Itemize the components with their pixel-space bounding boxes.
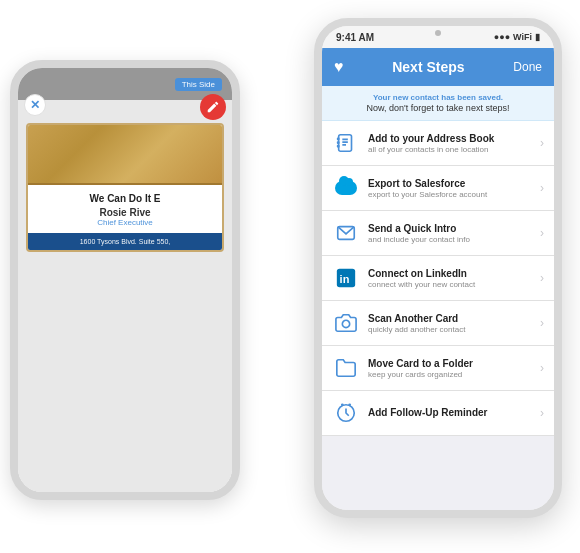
power-button [238,148,240,186]
quick-intro-title: Send a Quick Intro [368,223,532,234]
banner-subtitle: Now, don't forget to take next steps! [332,103,544,113]
quick-intro-sub: and include your contact info [368,235,532,244]
salesforce-icon [332,174,360,202]
scan-card-title: Scan Another Card [368,313,532,324]
chevron-icon: › [540,361,544,375]
this-side-label: This Side [175,78,222,91]
move-folder-sub: keep your cards organized [368,370,532,379]
back-phone: This Side ✕ We Can Do It E Rosie Rive Ch… [10,60,240,500]
folder-icon [332,354,360,382]
reminder-icon [332,399,360,427]
saved-banner: Your new contact has been saved. Now, do… [322,86,554,121]
camera-dot [435,30,441,36]
wifi-icon: WiFi [513,32,532,42]
svg-rect-6 [337,145,340,148]
card-company: We Can Do It E [38,193,212,204]
list-item-followup[interactable]: Add Follow-Up Reminder › [322,391,554,436]
send-icon [332,219,360,247]
svg-point-13 [348,403,351,406]
banner-title: Your new contact has been saved. [332,93,544,102]
list-item-scan-card[interactable]: Scan Another Card quickly add another co… [322,301,554,346]
volume-button [10,158,12,186]
card-viewer: This Side ✕ We Can Do It E Rosie Rive Ch… [18,68,232,492]
list-item-salesforce[interactable]: Export to Salesforce export to your Sale… [322,166,554,211]
svg-rect-4 [337,138,340,141]
list-item-move-folder[interactable]: Move Card to a Folder keep your cards or… [322,346,554,391]
scan-card-sub: quickly add another contact [368,325,532,334]
followup-text: Add Follow-Up Reminder [368,407,532,419]
linkedin-sub: connect with your new contact [368,280,532,289]
list-item-address-book[interactable]: Add to your Address Book all of your con… [322,121,554,166]
status-icons: ●●● WiFi ▮ [494,32,540,42]
clock: 9:41 AM [336,32,374,43]
linkedin-text: Connect on LinkedIn connect with your ne… [368,268,532,289]
chevron-icon: › [540,136,544,150]
business-card: We Can Do It E Rosie Rive Chief Executiv… [26,123,224,252]
move-folder-text: Move Card to a Folder keep your cards or… [368,358,532,379]
phone-content: Your new contact has been saved. Now, do… [322,86,554,510]
svg-point-12 [341,403,344,406]
chevron-icon: › [540,226,544,240]
card-wood-texture [28,125,222,185]
front-phone: 9:41 AM ●●● WiFi ▮ ♥ Next Steps Done You… [314,18,562,518]
scan-card-text: Scan Another Card quickly add another co… [368,313,532,334]
card-name: Rosie Rive [38,207,212,218]
card-viewer-screen: This Side ✕ We Can Do It E Rosie Rive Ch… [18,68,232,492]
list-item-linkedin[interactable]: in Connect on LinkedIn connect with your… [322,256,554,301]
salesforce-title: Export to Salesforce [368,178,532,189]
done-button[interactable]: Done [513,60,542,74]
svg-point-10 [342,320,349,327]
camera-icon [332,309,360,337]
card-address: 1600 Tysons Blvd. Suite 550, [38,238,212,245]
card-top-bar: This Side [18,68,232,100]
signal-icon: ●●● [494,32,510,42]
address-book-icon [332,129,360,157]
linkedin-icon: in [332,264,360,292]
chevron-icon: › [540,316,544,330]
svg-rect-0 [339,135,352,152]
linkedin-title: Connect on LinkedIn [368,268,532,279]
heart-icon: ♥ [334,58,344,76]
chevron-icon: › [540,271,544,285]
volume-button-front [314,126,316,154]
salesforce-sub: export to your Salesforce account [368,190,532,199]
salesforce-text: Export to Salesforce export to your Sale… [368,178,532,199]
address-book-title: Add to your Address Book [368,133,532,144]
quick-intro-text: Send a Quick Intro and include your cont… [368,223,532,244]
address-book-text: Add to your Address Book all of your con… [368,133,532,154]
card-white-section: We Can Do It E Rosie Rive Chief Executiv… [28,185,222,233]
followup-title: Add Follow-Up Reminder [368,407,532,418]
svg-rect-5 [337,141,340,144]
power-button-front [560,116,562,156]
chevron-icon: › [540,406,544,420]
nav-bar: ♥ Next Steps Done [322,48,554,86]
battery-icon: ▮ [535,32,540,42]
edit-button[interactable] [200,94,226,120]
chevron-icon: › [540,181,544,195]
address-book-sub: all of your contacts in one location [368,145,532,154]
close-button[interactable]: ✕ [24,94,46,116]
card-title: Chief Executive [38,218,212,227]
nav-title: Next Steps [392,59,464,75]
svg-text:in: in [340,273,350,285]
list-item-quick-intro[interactable]: Send a Quick Intro and include your cont… [322,211,554,256]
card-blue-section: 1600 Tysons Blvd. Suite 550, [28,233,222,250]
move-folder-title: Move Card to a Folder [368,358,532,369]
